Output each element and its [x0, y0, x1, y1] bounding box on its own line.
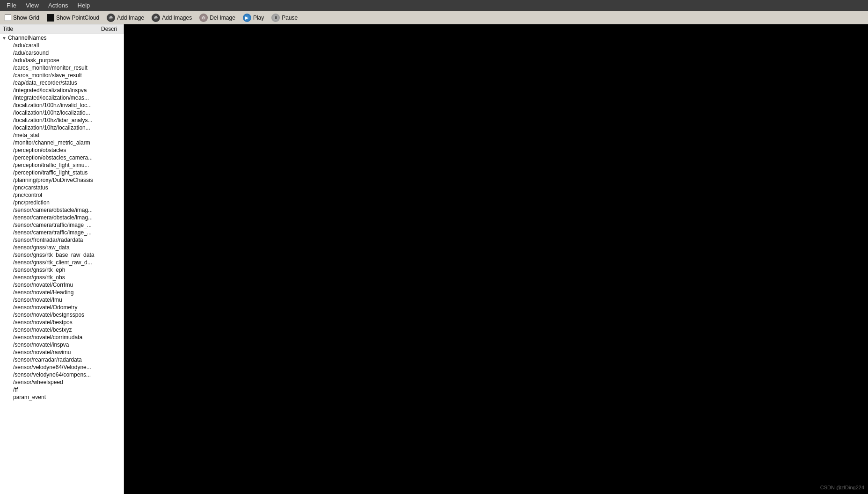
- left-panel: Title Descri ▼ ChannelNames /adu/carall/…: [0, 24, 124, 494]
- play-icon: ▶: [243, 14, 251, 22]
- tree-content[interactable]: ▼ ChannelNames /adu/carall/adu/carsound/…: [0, 34, 124, 494]
- add-image-label: Add Image: [117, 15, 144, 21]
- tree-item[interactable]: /sensor/rearradar/radardata: [0, 356, 124, 363]
- tree-item[interactable]: /sensor/frontradar/radardata: [0, 236, 124, 244]
- show-grid-label: Show Grid: [13, 15, 39, 21]
- tree-item[interactable]: /localization/10hz/localization...: [0, 124, 124, 131]
- tree-item[interactable]: /monitor/channel_metric_alarm: [0, 139, 124, 146]
- tree-item[interactable]: /sensor/novatel/bestgnsspos: [0, 311, 124, 319]
- tree-item[interactable]: /localization/10hz/lidar_analys...: [0, 116, 124, 124]
- tree-item[interactable]: /sensor/wheelspeed: [0, 378, 124, 386]
- tree-item[interactable]: /sensor/camera/obstacle/imag...: [0, 206, 124, 214]
- play-button[interactable]: ▶ Play: [241, 13, 266, 23]
- tree-item[interactable]: /pnc/prediction: [0, 199, 124, 206]
- add-image-icon: ⊕: [107, 14, 115, 22]
- del-image-icon: ⊖: [199, 14, 208, 22]
- tree-item[interactable]: /sensor/novatel/Odometry: [0, 304, 124, 311]
- tree-item[interactable]: /adu/carall: [0, 42, 124, 49]
- tree-item[interactable]: /sensor/novatel/Imu: [0, 296, 124, 304]
- tree-item[interactable]: /sensor/gnss/rtk_eph: [0, 266, 124, 274]
- tree-item[interactable]: /caros_monitor/slave_result: [0, 72, 124, 79]
- right-panel-canvas[interactable]: CSDN @zlDing224: [124, 24, 868, 494]
- tree-item[interactable]: /pnc/control: [0, 191, 124, 199]
- tree-item[interactable]: /adu/task_purpose: [0, 57, 124, 64]
- pause-icon: ⏸: [271, 14, 280, 22]
- tree-item[interactable]: /sensor/novatel/Heading: [0, 289, 124, 296]
- del-image-button[interactable]: ⊖ Del Image: [197, 13, 237, 23]
- tree-item[interactable]: /integrated/localization/meas...: [0, 94, 124, 102]
- add-images-label: Add Images: [162, 15, 192, 21]
- tree-item[interactable]: /localization/100hz/invalid_loc...: [0, 102, 124, 109]
- tree-item[interactable]: /eap/data_recorder/status: [0, 79, 124, 87]
- tree-item[interactable]: /sensor/novatel/corrimudata: [0, 334, 124, 341]
- title-column-header: Title: [0, 24, 98, 34]
- tree-item[interactable]: /perception/obstacles: [0, 146, 124, 154]
- tree-item[interactable]: param_event: [0, 393, 124, 401]
- add-image-button[interactable]: ⊕ Add Image: [105, 13, 146, 23]
- tree-item[interactable]: /caros_monitor/monitor_result: [0, 64, 124, 72]
- tree-item[interactable]: /sensor/camera/traffic/image_...: [0, 229, 124, 236]
- play-label: Play: [253, 15, 264, 21]
- tree-item[interactable]: /perception/traffic_light_status: [0, 169, 124, 176]
- tree-item[interactable]: /planning/proxy/DuDriveChassis: [0, 176, 124, 184]
- pause-label: Pause: [282, 15, 298, 21]
- tree-item[interactable]: /perception/obstacles_camera...: [0, 154, 124, 161]
- tree-item[interactable]: /adu/carsound: [0, 49, 124, 57]
- tree-item[interactable]: /localization/100hz/localizatio...: [0, 109, 124, 116]
- tree-item[interactable]: /tf: [0, 386, 124, 393]
- tree-item[interactable]: /sensor/velodyne64/compens...: [0, 371, 124, 378]
- main-content: Title Descri ▼ ChannelNames /adu/carall/…: [0, 24, 868, 494]
- tree-root-channelnames[interactable]: ▼ ChannelNames: [0, 34, 124, 42]
- tree-item[interactable]: /sensor/novatel/rawimu: [0, 349, 124, 356]
- tree-item[interactable]: /sensor/novatel/inspva: [0, 341, 124, 349]
- tree-item[interactable]: /sensor/velodyne64/Velodyne...: [0, 363, 124, 371]
- tree-item[interactable]: /integrated/localization/inspva: [0, 87, 124, 94]
- tree-header: Title Descri: [0, 24, 124, 34]
- tree-item[interactable]: /sensor/gnss/rtk_obs: [0, 274, 124, 281]
- menu-view[interactable]: View: [21, 1, 44, 10]
- tree-item[interactable]: /sensor/novatel/bestxyz: [0, 326, 124, 334]
- tree-expand-arrow: ▼: [2, 36, 7, 41]
- show-pointcloud-toggle[interactable]: Show PointCloud: [45, 13, 101, 22]
- menu-file[interactable]: File: [2, 1, 21, 10]
- watermark: CSDN @zlDing224: [820, 485, 864, 490]
- tree-item[interactable]: /sensor/gnss/raw_data: [0, 244, 124, 251]
- menu-help[interactable]: Help: [73, 1, 95, 10]
- tree-item[interactable]: /sensor/gnss/rtk_client_raw_d...: [0, 259, 124, 266]
- show-pointcloud-label: Show PointCloud: [56, 15, 99, 21]
- show-grid-toggle[interactable]: Show Grid: [3, 14, 41, 22]
- add-images-icon: ⊕: [152, 14, 160, 22]
- menubar: File View Actions Help: [0, 0, 868, 11]
- del-image-label: Del Image: [210, 15, 235, 21]
- tree-item[interactable]: /sensor/camera/obstacle/imag...: [0, 214, 124, 221]
- pause-button[interactable]: ⏸ Pause: [270, 13, 299, 23]
- tree-item[interactable]: /sensor/novatel/bestpos: [0, 319, 124, 326]
- tree-root-label: ChannelNames: [8, 35, 47, 41]
- desc-column-header: Descri: [98, 24, 124, 34]
- tree-items-container: /adu/carall/adu/carsound/adu/task_purpos…: [0, 42, 124, 401]
- show-pointcloud-checkbox-icon: [47, 14, 54, 22]
- tree-item[interactable]: /perception/traffic_light_simu...: [0, 161, 124, 169]
- tree-item[interactable]: /sensor/camera/traffic/image_...: [0, 221, 124, 229]
- tree-item[interactable]: /meta_stat: [0, 131, 124, 139]
- add-images-button[interactable]: ⊕ Add Images: [150, 13, 194, 23]
- show-grid-checkbox-icon: [5, 15, 11, 21]
- tree-item[interactable]: /sensor/gnss/rtk_base_raw_data: [0, 251, 124, 259]
- toolbar: Show Grid Show PointCloud ⊕ Add Image ⊕ …: [0, 11, 868, 24]
- tree-item[interactable]: /pnc/carstatus: [0, 184, 124, 191]
- menu-actions[interactable]: Actions: [44, 1, 73, 10]
- tree-item[interactable]: /sensor/novatel/CorrImu: [0, 281, 124, 289]
